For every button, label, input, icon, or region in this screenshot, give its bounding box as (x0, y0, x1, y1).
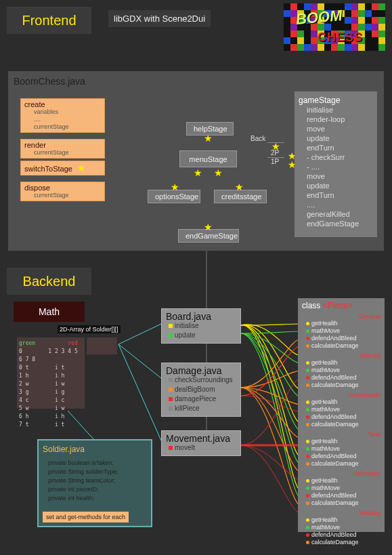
star-icon: ★ (204, 133, 213, 144)
piece-group: WardoggetHealthmathMovedefendAndBleedcal… (302, 510, 380, 546)
backend-label: Backend (7, 268, 91, 295)
dispose-box: dispose currentStage (20, 182, 105, 201)
piece-method: mathMove (306, 406, 380, 413)
star-icon: ★ (271, 141, 280, 152)
piece-method: calculateDamage (306, 421, 380, 428)
piece-method: mathMove (306, 524, 380, 531)
piece-method: getHealth (306, 359, 380, 367)
piece-method: defendAndBleed (306, 492, 380, 499)
damage-method: checkSurroundings (175, 376, 233, 384)
create-sub2: .... (34, 116, 101, 123)
gamestage-line: render-loop (299, 115, 373, 124)
switchtostage-box: switchToStage ★ (20, 161, 105, 176)
damage-method: damagePiece (175, 395, 216, 403)
piece-type-name: Helicopter (302, 470, 380, 477)
logo: BOOM CHESS (284, 3, 385, 51)
piece-type-name: Wardog (302, 510, 380, 516)
piece-method: defendAndBleed (306, 413, 380, 421)
soldier-field: private int pieceID; (48, 485, 147, 493)
libgdx-label: libGDX with Scene2Dui (108, 10, 211, 27)
piece-group: TankgetHealthmathMovedefendAndBleedcalcu… (302, 431, 380, 468)
gamestage-line: update (299, 181, 373, 190)
piece-title: class <Piece> (302, 301, 380, 310)
render-label: render (24, 141, 101, 149)
movement-method: moveIt (175, 444, 195, 451)
array-row: 3 g i g (19, 388, 83, 396)
board-method: update (175, 331, 196, 339)
gamestage-line: generalKilled (299, 209, 373, 219)
dispose-label: dispose (24, 184, 101, 192)
gamestage-box: gameStage initialiserender-loopmoveupdat… (295, 91, 377, 237)
array-row: 4 c i c (19, 396, 83, 405)
piece-group: InfantrygetHealthmathMovedefendAndBleedc… (302, 352, 380, 389)
gamestage-line: .... (299, 200, 373, 209)
create-box: create variables .... currentStage (20, 98, 105, 133)
soldier-methods: set and get-methods for each (43, 512, 129, 522)
soldier-field: private String soldierType; (48, 468, 147, 476)
create-sub3: currentStage (34, 123, 101, 131)
gamestage-line: move (299, 124, 373, 133)
soldier-field: private boolean isTaken; (48, 459, 147, 467)
math-box: Math (14, 302, 85, 322)
piece-box: class <Piece> GeneralgetHealthmathMovede… (298, 298, 385, 532)
damage-method: killPiece (175, 405, 200, 412)
soldier-box: Soldier.java private boolean isTaken; pr… (37, 439, 152, 527)
array-label: 2D-Array of Soldier[][] (58, 325, 121, 333)
star-icon: ★ (194, 167, 202, 178)
damage-title: Damage.java (166, 366, 236, 375)
create-sub1: variables (34, 108, 101, 116)
gamestage-line: - checkSurr (299, 152, 373, 162)
star-icon: ★ (77, 163, 86, 173)
board-title: Board.java (166, 312, 236, 321)
render-sub1: currentStage (34, 149, 101, 157)
piece-method: calculateDamage (306, 342, 380, 350)
piece-method: defendAndBleed (306, 531, 380, 539)
array-green: green (19, 340, 35, 346)
star-icon: ★ (214, 167, 223, 178)
dispose-sub1: currentStage (34, 192, 101, 199)
gamestage-line: initialise (299, 105, 373, 115)
piece-group: GeneralgetHealthmathMovedefendAndBleedca… (302, 313, 380, 350)
create-label: create (24, 100, 101, 108)
array-row: 0 1 2 3 4 5 6 7 8 (19, 348, 83, 364)
piece-method: getHealth (306, 398, 380, 406)
piece-method: mathMove (306, 445, 380, 453)
piece-type-name: General (302, 313, 380, 320)
board-box: Board.java initialise update (161, 308, 241, 344)
array-row: 7 t i t (19, 421, 83, 429)
star-icon: ★ (235, 182, 244, 192)
movement-box: Movement.java moveIt (161, 430, 241, 456)
piece-method: calculateDamage (306, 539, 380, 546)
gamestage-title: gameStage (299, 96, 373, 105)
piece-method: mathMove (306, 485, 380, 492)
piece-method: mathMove (306, 367, 380, 374)
render-box: render currentStage (20, 139, 105, 159)
gamestage-line: - .... (299, 162, 373, 171)
soldier-field: private int health; (48, 494, 147, 502)
piece-method: getHealth (306, 477, 380, 485)
soldier-title: Soldier.java (43, 445, 147, 454)
piece-method: mathMove (306, 327, 380, 335)
movement-title: Movement.java (166, 434, 236, 443)
piece-method: defendAndBleed (306, 453, 380, 460)
array-box: green red 0 1 2 3 4 5 6 7 80 t i t1 h i … (17, 337, 85, 409)
piece-method: defendAndBleed (306, 335, 380, 342)
gamestage-line: move (299, 171, 373, 181)
logo-text-chess: CHESS (318, 30, 363, 45)
piece-method: calculateDamage (306, 382, 380, 389)
piece-method: getHealth (306, 516, 380, 524)
p1-label: 1P (271, 158, 279, 165)
piece-group: CommandogetHealthmathMovedefendAndBleedc… (302, 392, 380, 428)
star-icon: ★ (204, 222, 213, 232)
piece-method: defendAndBleed (306, 374, 380, 382)
array-row: 1 h i h (19, 372, 83, 380)
menustage-box: menuStage (179, 150, 237, 167)
star-icon: ★ (171, 182, 179, 192)
gamestage-line: endGameStage (299, 219, 373, 228)
damage-box: Damage.java checkSurroundings dealBigBoo… (161, 363, 241, 417)
gamestage-line: endTurn (299, 143, 373, 152)
gamestage-line: update (299, 133, 373, 143)
piece-type-name: Tank (302, 431, 380, 438)
board-method: initialise (175, 322, 199, 329)
piece-method: calculateDamage (306, 460, 380, 468)
